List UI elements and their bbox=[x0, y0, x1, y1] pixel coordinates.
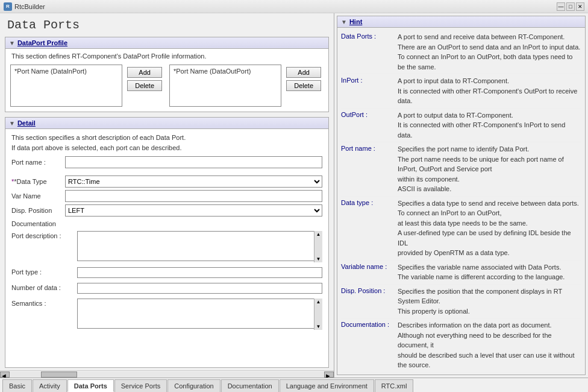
semantics-textarea[interactable] bbox=[77, 299, 322, 329]
maximize-button[interactable]: □ bbox=[566, 2, 575, 11]
title-bar-controls: — □ ✕ bbox=[557, 2, 584, 11]
outport-group: *Port Name (DataOutPort) Add Delete bbox=[169, 65, 324, 107]
var-name-input[interactable] bbox=[65, 190, 322, 202]
hint-desc: Describes information on the data port a… bbox=[398, 320, 581, 370]
inport-add-button[interactable]: Add bbox=[127, 67, 162, 78]
inport-placeholder: *Port Name (DataInPort) bbox=[12, 66, 120, 76]
title-bar: R RtcBuilder — □ ✕ bbox=[0, 0, 588, 13]
hint-row: Disp. Position :Specifies the position t… bbox=[341, 285, 581, 319]
num-data-row: Number of data : bbox=[11, 282, 322, 295]
data-type-select[interactable]: RTC::Time RTC::TimedShort RTC::TimedLong… bbox=[65, 175, 322, 188]
inport-listbox: *Port Name (DataInPort) bbox=[10, 65, 122, 107]
detail-arrow-icon: ▼ bbox=[9, 120, 15, 127]
hint-desc: A port to input data to RT-Component.It … bbox=[398, 76, 581, 106]
left-panel: Data Ports ▼ DataPort Profile This secti… bbox=[0, 13, 334, 378]
textarea-scrollbar: ▲ ▼ bbox=[314, 231, 322, 262]
dataport-description: This section defines RT-Component's Data… bbox=[5, 49, 328, 62]
hint-term: InPort : bbox=[341, 76, 395, 106]
title-bar-text: RtcBuilder bbox=[14, 3, 554, 10]
outport-listbox-inner: *Port Name (DataOutPort) bbox=[170, 65, 281, 101]
ports-container: *Port Name (DataInPort) Add Delete *Port… bbox=[5, 62, 328, 112]
hint-desc: Specifies the position that the componen… bbox=[398, 286, 581, 317]
semantics-row: Semantics : ▲ ▼ bbox=[11, 297, 322, 331]
port-type-label: Port type : bbox=[11, 267, 75, 276]
close-button[interactable]: ✕ bbox=[576, 2, 584, 11]
right-panel: ▼ Hint Data Ports :A port to send and re… bbox=[334, 13, 588, 378]
dataport-section-title: DataPort Profile bbox=[17, 39, 67, 46]
port-type-input[interactable] bbox=[77, 267, 322, 278]
hint-title: Hint bbox=[349, 18, 362, 25]
detail-section-header: ▼ Detail bbox=[5, 118, 328, 129]
hint-term: Disp. Position : bbox=[341, 286, 395, 317]
tab-service-ports[interactable]: Service Ports bbox=[114, 379, 167, 392]
num-data-label: Number of data : bbox=[11, 283, 75, 291]
tab-configuration[interactable]: Configuration bbox=[167, 379, 220, 392]
hint-term: OutPort : bbox=[341, 110, 395, 141]
tab-language-and-environment[interactable]: Language and Environment bbox=[280, 379, 374, 392]
hint-section-header: ▼ Hint bbox=[337, 16, 585, 28]
data-type-label: **Data Type bbox=[11, 178, 63, 185]
inport-group: *Port Name (DataInPort) Add Delete bbox=[10, 65, 164, 107]
disp-position-select[interactable]: LEFT RIGHT TOP BOTTOM bbox=[65, 204, 322, 217]
port-desc-textarea[interactable] bbox=[77, 231, 322, 261]
tab-rtc.xml[interactable]: RTC.xml bbox=[375, 379, 414, 392]
inport-delete-button[interactable]: Delete bbox=[127, 80, 162, 91]
port-type-row: Port type : bbox=[11, 266, 322, 279]
dataport-profile-section: ▼ DataPort Profile This section defines … bbox=[5, 37, 329, 112]
hint-section: ▼ Hint Data Ports :A port to send and re… bbox=[337, 16, 586, 375]
hint-term: Data type : bbox=[341, 198, 395, 258]
hint-desc: A port to send and receive data between … bbox=[398, 32, 581, 72]
scroll-right-btn[interactable]: ► bbox=[324, 371, 334, 378]
semantics-scrollbar: ▲ ▼ bbox=[314, 299, 322, 330]
tab-bar: BasicActivityData PortsService PortsConf… bbox=[0, 378, 588, 392]
detail-description: This section specifies a short descripti… bbox=[5, 129, 328, 155]
outport-placeholder: *Port Name (DataOutPort) bbox=[171, 66, 280, 76]
tab-documentation[interactable]: Documentation bbox=[221, 379, 279, 392]
dataport-section-header: ▼ DataPort Profile bbox=[5, 37, 328, 49]
page-title: Data Ports bbox=[0, 13, 334, 34]
scroll-left-btn[interactable]: ◄ bbox=[0, 371, 10, 378]
h-scrollbar-thumb[interactable] bbox=[41, 371, 77, 378]
semantics-scroll-down[interactable]: ▼ bbox=[314, 324, 322, 329]
data-type-row: **Data Type RTC::Time RTC::TimedShort RT… bbox=[5, 174, 328, 189]
hint-desc: A port to output data to RT-Component.It… bbox=[398, 110, 581, 141]
documentation-label: Documentation bbox=[5, 218, 328, 229]
outport-controls: Add Delete bbox=[284, 65, 324, 93]
semantics-scroll-up[interactable]: ▲ bbox=[314, 299, 322, 305]
port-desc-row: Port description : ▲ ▼ bbox=[11, 230, 322, 264]
detail-section: ▼ Detail This section specifies a short … bbox=[5, 117, 329, 368]
hint-row: Data type :Specifies a data type to send… bbox=[341, 197, 581, 261]
hint-desc: Specifies the port name to identify Data… bbox=[398, 144, 581, 194]
app-icon: R bbox=[4, 2, 12, 11]
port-name-label: Port name : bbox=[11, 159, 63, 166]
port-name-input[interactable] bbox=[65, 156, 322, 168]
hint-row: InPort :A port to input data to RT-Compo… bbox=[341, 74, 581, 109]
hint-content: Data Ports :A port to send and receive d… bbox=[337, 28, 585, 375]
minimize-button[interactable]: — bbox=[557, 2, 565, 11]
tab-basic[interactable]: Basic bbox=[2, 379, 32, 392]
hint-term: Data Ports : bbox=[341, 32, 395, 72]
hint-term: Documentation : bbox=[341, 320, 395, 370]
scroll-up-icon[interactable]: ▲ bbox=[314, 232, 322, 237]
section-arrow-icon: ▼ bbox=[9, 40, 15, 46]
scroll-down-icon[interactable]: ▼ bbox=[314, 256, 322, 262]
tab-activity[interactable]: Activity bbox=[33, 379, 67, 392]
hint-term: Variable name : bbox=[341, 262, 395, 282]
outport-delete-button[interactable]: Delete bbox=[286, 80, 321, 91]
port-name-row: Port name : bbox=[5, 155, 328, 169]
detail-section-title: Detail bbox=[17, 119, 36, 127]
disp-position-row: Disp. Position LEFT RIGHT TOP BOTTOM bbox=[5, 203, 328, 218]
num-data-input[interactable] bbox=[77, 283, 322, 294]
hint-row: Data Ports :A port to send and receive d… bbox=[341, 30, 581, 74]
outport-add-button[interactable]: Add bbox=[286, 67, 321, 78]
hint-row: OutPort :A port to output data to RT-Com… bbox=[341, 109, 581, 143]
inport-listbox-inner: *Port Name (DataInPort) bbox=[11, 65, 122, 101]
hint-term: Port name : bbox=[341, 144, 395, 194]
hint-row: Variable name :Specifies the variable na… bbox=[341, 261, 581, 285]
semantics-label: Semantics : bbox=[11, 299, 75, 307]
hint-desc: Specifies the variable name associated w… bbox=[398, 262, 581, 282]
disp-position-label: Disp. Position bbox=[11, 207, 63, 214]
tab-data-ports[interactable]: Data Ports bbox=[67, 379, 114, 392]
port-desc-label: Port description : bbox=[11, 231, 75, 239]
var-name-label: Var Name bbox=[11, 192, 63, 200]
